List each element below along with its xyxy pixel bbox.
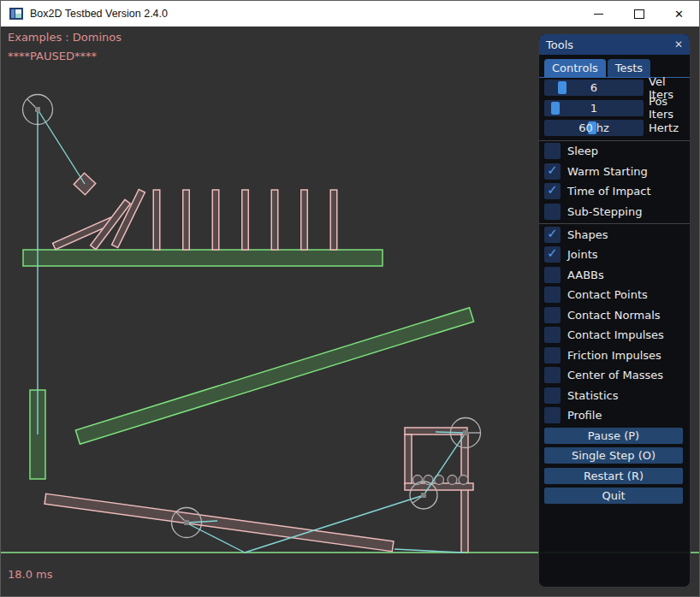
- tools-panel-body: 6Vel Iters1Pos Iters60 hzHertz Sleep✓War…: [539, 78, 690, 504]
- body-domino-standing-1: [153, 190, 160, 250]
- tab-tests[interactable]: Tests: [608, 59, 650, 77]
- slider-value: 6: [544, 80, 644, 96]
- checkbox-box: [544, 327, 561, 343]
- checkbox-shapes[interactable]: ✓Shapes: [544, 227, 683, 243]
- separator: [539, 223, 690, 224]
- body-frame-right-post: [461, 434, 468, 553]
- checkbox-label: Time of Impact: [567, 185, 651, 198]
- checkbox-sub-stepping[interactable]: Sub-Stepping: [544, 204, 683, 220]
- checkbox-label: Contact Points: [567, 288, 648, 301]
- window-controls: ✕: [578, 1, 699, 27]
- checkmark-icon: ✓: [547, 247, 558, 260]
- paused-label: ****PAUSED****: [8, 50, 97, 62]
- checkbox-box: ✓: [544, 227, 561, 243]
- checkbox-box: [544, 407, 561, 423]
- checkbox-contact-impulses[interactable]: Contact Impulses: [544, 327, 683, 343]
- checkbox-statistics[interactable]: Statistics: [544, 387, 683, 404]
- joint-anchor-2: [184, 520, 189, 525]
- joint-line-7: [436, 432, 466, 433]
- app-window: Box2D Testbed Version 2.4.0 ✕ Examples :…: [0, 0, 700, 597]
- close-icon: ✕: [674, 9, 684, 20]
- pause-p-button[interactable]: Pause (P): [544, 428, 683, 444]
- slider-row-pos-iters: 1Pos Iters: [544, 100, 683, 116]
- checkbox-label: Shapes: [567, 228, 608, 241]
- tools-panel-titlebar[interactable]: Tools ✕: [539, 34, 690, 55]
- body-domino-standing-6: [301, 190, 308, 250]
- slider-value: 1: [544, 100, 644, 116]
- checkbox-label: Statistics: [567, 389, 618, 402]
- slider-pos-iters[interactable]: 1: [544, 100, 644, 116]
- slider-row-hertz: 60 hzHertz: [544, 120, 683, 136]
- checkbox-box: [544, 267, 561, 283]
- body-domino-standing-7: [330, 190, 337, 250]
- checkbox-box: [544, 347, 561, 364]
- app-icon: [9, 8, 23, 20]
- body-domino-standing-4: [242, 190, 249, 250]
- slider-label: Pos Iters: [649, 95, 683, 121]
- checkbox-time-of-impact[interactable]: ✓Time of Impact: [544, 183, 683, 199]
- checkbox-box: [544, 204, 561, 220]
- checkbox-label: Sub-Stepping: [567, 205, 642, 218]
- slider-label: Hertz: [649, 121, 679, 134]
- checkbox-label: Sleep: [567, 145, 598, 157]
- frame-time-label: 18.0 ms: [8, 568, 53, 581]
- checkbox-joints[interactable]: ✓Joints: [544, 246, 683, 263]
- joint-anchor-3: [421, 493, 426, 498]
- joint-anchor-4: [463, 430, 468, 435]
- restart-r-button[interactable]: Restart (R): [544, 468, 683, 484]
- maximize-button[interactable]: [619, 1, 659, 27]
- checkbox-label: Friction Impulses: [567, 349, 661, 362]
- slider-vel-iters[interactable]: 6: [544, 80, 644, 96]
- checkmark-icon: ✓: [547, 228, 558, 240]
- body-domino-standing-3: [212, 190, 219, 250]
- checkbox-box: ✓: [544, 163, 561, 180]
- minimize-icon: [594, 14, 603, 15]
- checkbox-label: Joints: [567, 248, 598, 261]
- checkbox-contact-points[interactable]: Contact Points: [544, 287, 683, 303]
- slider-row-vel-iters: 6Vel Iters: [544, 80, 683, 96]
- checkbox-label: Center of Masses: [567, 369, 663, 381]
- checkbox-friction-impulses[interactable]: Friction Impulses: [544, 347, 683, 364]
- checkbox-box: [544, 287, 561, 303]
- body-frame-top-beam: [405, 428, 467, 434]
- checkbox-center-of-masses[interactable]: Center of Masses: [544, 367, 683, 383]
- joint-line-2: [38, 109, 85, 184]
- body-frame-left-post: [405, 434, 412, 484]
- checkmark-icon: ✓: [547, 164, 558, 177]
- minimize-button[interactable]: [578, 1, 619, 27]
- checkbox-box: ✓: [544, 183, 561, 199]
- window-title: Box2D Testbed Version 2.4.0: [30, 8, 168, 20]
- checkbox-label: Profile: [567, 409, 602, 422]
- checkbox-box: [544, 307, 561, 323]
- checkbox-label: Contact Impulses: [567, 328, 664, 341]
- checkbox-aabbs[interactable]: AABBs: [544, 267, 683, 283]
- checkbox-box: [544, 387, 561, 404]
- checkmark-icon: ✓: [547, 184, 558, 197]
- slider-value: 60 hz: [544, 120, 644, 136]
- body-domino-standing-5: [271, 190, 278, 250]
- body-top-shelf: [23, 250, 383, 266]
- checkbox-box: [544, 143, 561, 159]
- window-titlebar[interactable]: Box2D Testbed Version 2.4.0 ✕: [1, 1, 699, 27]
- checkbox-box: ✓: [544, 246, 561, 263]
- checkbox-sleep[interactable]: Sleep: [544, 143, 683, 159]
- separator: [539, 140, 690, 141]
- checkbox-label: AABBs: [567, 269, 604, 281]
- tools-panel-title: Tools: [546, 38, 573, 51]
- panel-close-icon[interactable]: ✕: [674, 39, 683, 50]
- body-domino-standing-2: [183, 190, 190, 250]
- example-label: Examples : Dominos: [8, 31, 122, 44]
- body-tilted-plank: [75, 308, 473, 445]
- maximize-icon: [634, 9, 644, 19]
- slider-hertz[interactable]: 60 hz: [544, 120, 644, 136]
- checkbox-warm-starting[interactable]: ✓Warm Starting: [544, 163, 683, 180]
- checkbox-box: [544, 367, 561, 383]
- checkbox-profile[interactable]: Profile: [544, 407, 683, 423]
- close-button[interactable]: ✕: [659, 1, 699, 27]
- tab-controls[interactable]: Controls: [544, 59, 606, 77]
- quit-button[interactable]: Quit: [544, 488, 683, 504]
- ball-4: [448, 476, 457, 485]
- checkbox-contact-normals[interactable]: Contact Normals: [544, 307, 683, 323]
- single-step-o-button[interactable]: Single Step (O): [544, 447, 683, 464]
- body-seesaw-plank: [44, 494, 394, 552]
